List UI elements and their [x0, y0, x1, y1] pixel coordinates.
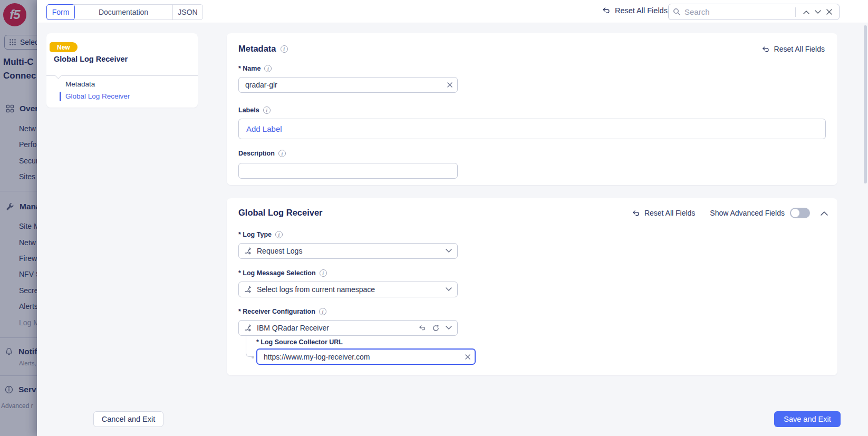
wizard-title: Global Log Receiver	[54, 55, 128, 63]
toggle-knob	[791, 209, 799, 217]
chevron-up-icon	[821, 211, 828, 216]
wizard-divider	[46, 75, 198, 76]
log-message-value: Select logs from current namespace	[257, 285, 446, 294]
info-icon[interactable]: i	[281, 45, 288, 53]
search-close-button[interactable]	[824, 8, 835, 16]
metadata-reset-all-label: Reset All Fields	[774, 45, 825, 53]
reset-all-fields-button[interactable]: Reset All Fields	[602, 6, 668, 15]
chevron-up-icon	[803, 10, 809, 14]
wizard-nav-card: New Global Log Receiver Metadata Global …	[46, 33, 198, 108]
log-message-select[interactable]: Select logs from current namespace	[238, 282, 458, 297]
log-message-label: * Log Message Selection	[238, 269, 316, 277]
log-type-label: * Log Type	[238, 231, 272, 238]
view-tabs: Form Documentation JSON	[46, 4, 203, 20]
refresh-icon[interactable]	[432, 325, 439, 332]
name-field-label-row: * Name i	[238, 65, 272, 72]
show-advanced-toggle[interactable]	[790, 208, 810, 218]
glr-reset-all-button[interactable]: Reset All Fields	[632, 209, 695, 217]
chevron-down-icon	[446, 249, 452, 253]
form-modal: Form Documentation JSON Reset All Fields	[37, 0, 868, 436]
wizard-step-global-log-receiver[interactable]: Global Log Receiver	[65, 92, 130, 100]
search-bar	[668, 4, 840, 20]
log-type-value: Request Logs	[257, 247, 446, 255]
labels-field-label: Labels	[238, 106, 259, 114]
scrollbar-thumb[interactable]	[864, 25, 867, 183]
close-icon	[826, 9, 832, 15]
metadata-card: Metadata i Reset All Fields * Name i Lab…	[227, 33, 837, 185]
name-input[interactable]	[238, 77, 458, 93]
tab-documentation[interactable]: Documentation	[74, 5, 172, 20]
url-input[interactable]	[256, 348, 476, 365]
close-icon	[447, 82, 452, 88]
undo-icon	[632, 210, 640, 217]
info-icon[interactable]: i	[263, 106, 271, 114]
nested-field-connector-dot	[252, 356, 254, 359]
info-icon[interactable]: i	[264, 65, 272, 72]
collapse-section-button[interactable]	[821, 211, 828, 216]
cancel-and-exit-button[interactable]: Cancel and Exit	[93, 411, 163, 427]
metadata-card-title: Metadata	[238, 44, 276, 54]
chevron-down-icon	[815, 10, 821, 14]
collapse-notch-icon[interactable]	[55, 72, 62, 79]
log-type-label-row: * Log Type i	[238, 231, 283, 238]
search-divider	[795, 7, 796, 17]
active-step-indicator	[60, 92, 61, 101]
url-label: * Log Source Collector URL	[256, 338, 343, 346]
tab-json[interactable]: JSON	[172, 5, 202, 20]
url-input-wrap	[256, 348, 476, 365]
labels-input[interactable]: Add Label	[238, 119, 826, 139]
description-field-label: Description	[238, 150, 275, 157]
nested-field-connector	[246, 336, 253, 357]
clear-name-button[interactable]	[447, 82, 452, 88]
search-input[interactable]	[684, 7, 793, 16]
name-input-wrap	[238, 77, 458, 93]
branch-select-icon	[244, 324, 253, 332]
search-prev-button[interactable]	[801, 9, 812, 15]
close-icon	[465, 354, 470, 360]
labels-field-label-row: Labels i	[238, 106, 271, 114]
branch-select-icon	[244, 247, 253, 255]
description-input[interactable]	[238, 163, 458, 179]
show-advanced-fields-label: Show Advanced Fields	[710, 209, 785, 217]
description-field-label-row: Description i	[238, 150, 286, 157]
save-and-exit-button[interactable]: Save and Exit	[774, 411, 841, 427]
url-label-row: * Log Source Collector URL	[256, 338, 343, 346]
description-input-wrap	[238, 163, 458, 179]
search-next-button[interactable]	[812, 9, 824, 15]
search-icon	[673, 8, 681, 16]
reset-all-fields-label: Reset All Fields	[615, 6, 668, 15]
receiver-config-label-row: * Receiver Configuration i	[238, 308, 326, 315]
receiver-config-label: * Receiver Configuration	[238, 308, 315, 315]
metadata-reset-all-button[interactable]: Reset All Fields	[762, 45, 825, 53]
glr-card-title-row: Global Log Receiver	[238, 208, 323, 218]
info-icon[interactable]: i	[319, 308, 326, 315]
undo-icon	[602, 7, 611, 14]
glr-card: Global Log Receiver Reset All Fields Sho…	[227, 198, 837, 375]
receiver-config-select[interactable]: IBM QRadar Receiver	[238, 320, 458, 336]
glr-card-title: Global Log Receiver	[238, 208, 323, 218]
chevron-down-icon	[446, 326, 452, 330]
undo-icon[interactable]	[419, 325, 426, 331]
clear-url-button[interactable]	[465, 354, 470, 360]
metadata-card-title-row: Metadata i	[238, 44, 288, 54]
tab-form[interactable]: Form	[46, 4, 75, 20]
branch-select-icon	[244, 285, 253, 294]
glr-header-controls: Reset All Fields Show Advanced Fields	[632, 208, 828, 218]
log-message-label-row: * Log Message Selection i	[238, 269, 327, 277]
undo-icon	[762, 46, 770, 53]
log-type-select[interactable]: Request Logs	[238, 243, 458, 259]
info-icon[interactable]: i	[278, 150, 286, 157]
modal-header: Form Documentation JSON Reset All Fields	[37, 0, 868, 23]
new-badge: New	[50, 42, 78, 52]
name-field-label: * Name	[238, 65, 261, 72]
add-label-placeholder[interactable]: Add Label	[246, 124, 282, 133]
chevron-down-icon	[446, 287, 452, 292]
receiver-config-value: IBM QRadar Receiver	[257, 324, 419, 332]
info-icon[interactable]: i	[275, 231, 283, 238]
info-icon[interactable]: i	[320, 269, 327, 277]
wizard-step-metadata[interactable]: Metadata	[65, 80, 95, 88]
glr-reset-all-label: Reset All Fields	[644, 209, 695, 217]
